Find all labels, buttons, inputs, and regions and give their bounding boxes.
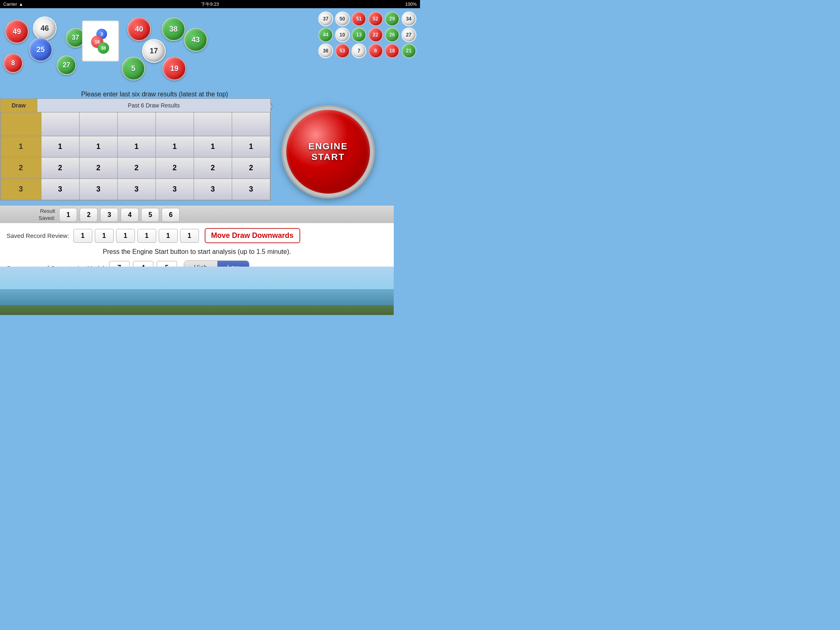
row-2-cell-5[interactable]: 2 — [194, 158, 232, 179]
row-2-cell-2[interactable]: 2 — [79, 158, 117, 179]
result-btn-3[interactable]: 3 — [100, 208, 118, 222]
small-ball-52: 52 — [368, 11, 383, 26]
small-ball-13: 13 — [352, 27, 366, 42]
small-ball-27r: 27 — [402, 27, 416, 42]
small-ball-37: 37 — [318, 11, 333, 26]
small-ball-29: 29 — [385, 11, 399, 26]
saved-val-3: 1 — [116, 229, 135, 243]
top-cell-5[interactable] — [194, 112, 232, 136]
ball-40: 40 — [127, 17, 151, 41]
main-content: 49 46 37 25 8 27 3 18 38 40 38 17 43 5 1… — [0, 8, 420, 315]
top-cell-3[interactable] — [117, 112, 155, 136]
row-3-cell-6[interactable]: 3 — [232, 179, 270, 200]
ball-19: 19 — [162, 57, 186, 80]
row-2-cell-6[interactable]: 2 — [232, 158, 270, 179]
row-3-cell-3[interactable]: 3 — [117, 179, 155, 200]
ball-49: 49 — [5, 20, 29, 43]
ball-27: 27 — [57, 55, 76, 75]
small-ball-22: 22 — [368, 27, 383, 42]
row-1-label: 1 — [1, 136, 41, 158]
small-ball-8r: 8 — [368, 43, 383, 58]
row-1-cell-2[interactable]: 1 — [79, 136, 117, 158]
draw-area: Draw Past 6 Draw Results 1 1 1 1 1 1 1 — [0, 98, 271, 201]
ball-46: 46 — [33, 16, 57, 40]
small-ball-53: 53 — [335, 43, 350, 58]
small-ball-21: 21 — [402, 43, 416, 58]
status-time: 下午9:23 — [201, 1, 219, 7]
row-2-cell-3[interactable]: 2 — [117, 158, 155, 179]
landscape-water — [0, 289, 394, 306]
landscape-photo — [0, 267, 394, 315]
top-cell-2[interactable] — [79, 112, 117, 136]
engine-prompt: Press the Engine Start button to start a… — [7, 248, 387, 256]
top-cell-1[interactable] — [41, 112, 79, 136]
row-3-cell-2[interactable]: 3 — [79, 179, 117, 200]
battery-label: 100% — [405, 2, 417, 7]
table-row-3: 3 3 3 3 3 3 3 — [1, 179, 270, 200]
draw-table: 1 1 1 1 1 1 1 2 2 2 2 2 2 2 3 3 3 3 — [0, 112, 270, 200]
row-1-cell-4[interactable]: 1 — [155, 136, 194, 158]
move-draw-button[interactable]: Move Draw Downwards — [205, 228, 300, 243]
small-ball-34: 34 — [402, 11, 416, 26]
balls-container: 49 46 37 25 8 27 3 18 38 40 38 17 43 5 1… — [0, 8, 271, 90]
table-row-1: 1 1 1 1 1 1 1 — [1, 136, 270, 158]
saved-record-row: Saved Record Review: 1 1 1 1 1 1 Move Dr… — [7, 228, 387, 243]
result-btn-4[interactable]: 4 — [121, 208, 139, 222]
row-3-cell-5[interactable]: 3 — [194, 179, 232, 200]
ball-5: 5 — [121, 57, 145, 80]
row-2-cell-4[interactable]: 2 — [155, 158, 194, 179]
small-ball-50: 50 — [335, 11, 350, 26]
small-ball-36: 36 — [318, 43, 333, 58]
saved-val-2: 1 — [95, 229, 114, 243]
engine-button-container: ENGINESTART — [275, 105, 381, 199]
result-btn-1[interactable]: 1 — [59, 208, 77, 222]
status-left: Carrier ▲ — [3, 2, 23, 7]
result-label: ResultSaved: — [39, 208, 55, 222]
saved-record-label: Saved Record Review: — [7, 232, 69, 239]
engine-label: ENGINESTART — [308, 141, 348, 163]
top-cell-4[interactable] — [155, 112, 194, 136]
saved-val-4: 1 — [137, 229, 156, 243]
small-ball-7: 7 — [352, 43, 366, 58]
table-row-2: 2 2 2 2 2 2 2 — [1, 158, 270, 179]
ball-25: 25 — [29, 38, 52, 62]
ball-43: 43 — [184, 28, 208, 52]
draw-header: Draw Past 6 Draw Results — [0, 99, 270, 112]
past-label: Past 6 Draw Results — [37, 99, 270, 112]
result-btn-2[interactable]: 2 — [80, 208, 98, 222]
small-balls-grid: 37 50 51 52 29 34 44 10 13 22 26 27 36 5… — [318, 11, 417, 58]
right-balls-panel: 37 50 51 52 29 34 44 10 13 22 26 27 36 5… — [313, 8, 420, 88]
center-card: 3 18 38 — [82, 21, 119, 62]
row-1-cell-1[interactable]: 1 — [41, 136, 79, 158]
small-ball-44: 44 — [318, 27, 333, 42]
row-2-cell-1[interactable]: 2 — [41, 158, 79, 179]
small-ball-26: 26 — [385, 27, 399, 42]
saved-val-6: 1 — [180, 229, 199, 243]
row-1-cell-5[interactable]: 1 — [194, 136, 232, 158]
top-row-label — [1, 112, 41, 136]
saved-val-1: 1 — [73, 229, 92, 243]
saved-val-5: 1 — [159, 229, 178, 243]
small-ball-18: 18 — [385, 43, 399, 58]
engine-start-button[interactable]: ENGINESTART — [283, 107, 373, 197]
row-3-cell-4[interactable]: 3 — [155, 179, 194, 200]
draw-top-row — [1, 112, 270, 136]
top-cell-6[interactable] — [232, 112, 270, 136]
row-1-cell-6[interactable]: 1 — [232, 136, 270, 158]
carrier-label: Carrier — [3, 2, 17, 7]
result-row: ResultSaved: 1 2 3 4 5 6 — [0, 205, 394, 225]
row-3-label: 3 — [1, 179, 41, 200]
row-3-cell-1[interactable]: 3 — [41, 179, 79, 200]
status-bar: Carrier ▲ 下午9:23 100% — [0, 0, 420, 8]
draw-label: Draw — [0, 99, 37, 112]
small-ball-51: 51 — [352, 11, 366, 26]
ball-17: 17 — [142, 39, 166, 63]
row-1-cell-3[interactable]: 1 — [117, 136, 155, 158]
wifi-icon: ▲ — [19, 2, 23, 7]
result-btn-5[interactable]: 5 — [141, 208, 159, 222]
row-2-label: 2 — [1, 158, 41, 179]
result-btn-6[interactable]: 6 — [162, 208, 180, 222]
ball-8: 8 — [3, 53, 23, 73]
ball-38: 38 — [162, 17, 185, 41]
landscape-land — [0, 305, 394, 315]
